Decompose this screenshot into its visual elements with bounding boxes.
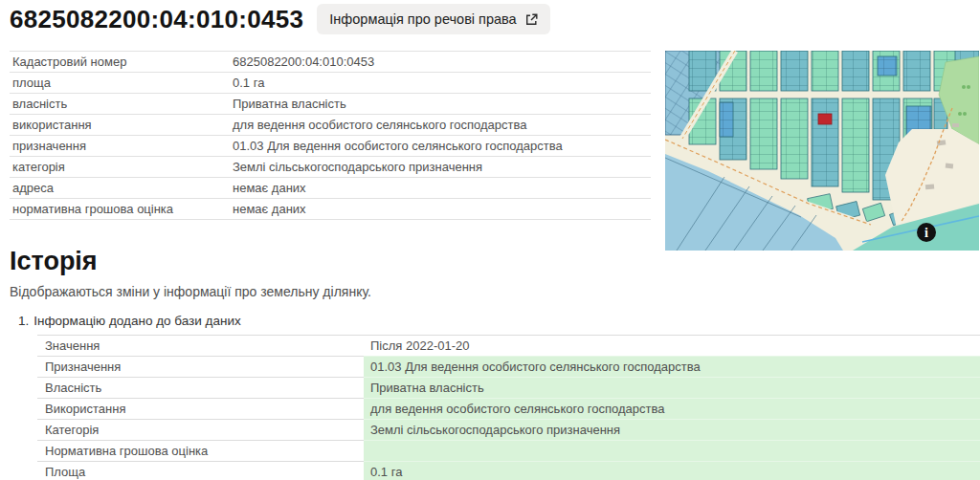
entry-index: 1. [18,314,29,328]
table-row: Кадастровий номер 6825082200:04:010:0453 [10,51,651,72]
table-row: адреса немає даних [10,177,651,198]
row-label: Нормативна грошова оцінка [37,440,364,461]
row-value: немає даних [233,202,651,216]
map-info-button[interactable]: i [917,223,936,242]
row-value: для ведення особистого селянського госпо… [233,118,651,132]
row-value: Приватна власність [233,97,651,111]
row-value: Землі сільськогосподарського призначення [364,419,980,440]
table-row: використання для ведення особистого селя… [10,114,651,135]
table-row: Нормативна грошова оцінка [37,440,980,461]
table-row: площа 0.1 га [10,72,651,93]
row-label: площа [10,76,233,90]
history-heading: Історія [10,247,976,275]
row-value: для ведення особистого селянського госпо… [364,398,980,419]
history-entry: 1. Інформацію додано до бази даних Значе… [10,314,976,480]
row-label: Категорія [37,419,364,440]
external-link-icon [525,13,538,26]
row-label: Власність [37,377,364,398]
row-label: Використання [37,398,364,419]
table-row: Призначення 01.03 Для ведення особистого… [37,356,980,377]
row-value: Після 2022-01-20 [364,335,980,356]
row-value: 01.03 Для ведення особистого селянського… [233,139,651,153]
table-row: категорія Землі сільськогосподарського п… [10,156,651,177]
row-value: 01.03 Для ведення особистого селянського… [364,356,980,377]
highlighted-parcel[interactable] [818,114,832,124]
row-label: Кадастровий номер [10,55,233,69]
row-value: Приватна власність [364,377,980,398]
table-row: Площа 0.1 га [37,461,980,480]
row-label: Площа [37,461,364,480]
table-row: призначення 01.03 Для ведення особистого… [10,135,651,156]
row-label: категорія [10,160,233,174]
history-subtitle: Відображаються зміни у інформації про зе… [10,284,976,299]
table-row: нормативна грошова оцінка немає даних [10,198,651,220]
entry-title-text: Інформацію додано до бази даних [33,314,240,328]
row-value: немає даних [233,181,651,195]
row-label: адреса [10,181,233,195]
parcel-info-table: Кадастровий номер 6825082200:04:010:0453… [10,51,651,220]
cadastral-map[interactable]: i [665,51,979,251]
page-title: 6825082200:04:010:0453 [10,5,303,34]
table-row: Значення Після 2022-01-20 [37,335,980,356]
row-value: 6825082200:04:010:0453 [233,55,651,69]
history-section: Історія Відображаються зміни у інформаці… [10,247,976,480]
row-label: Значення [37,335,364,356]
row-label: нормативна грошова оцінка [10,202,233,216]
row-label: призначення [10,139,233,153]
row-value: 0.1 га [233,76,651,90]
property-rights-button[interactable]: Інформація про речові права [317,4,549,34]
history-entry-title: 1. Інформацію додано до бази даних [18,314,976,328]
row-label: власність [10,97,233,111]
row-label: Призначення [37,356,364,377]
history-table: Значення Після 2022-01-20 Призначення 01… [37,335,980,480]
table-row: Власність Приватна власність [37,377,980,398]
info-icon: i [924,226,928,240]
table-row: власність Приватна власність [10,93,651,114]
row-value: 0.1 га [364,461,980,480]
row-label: використання [10,118,233,132]
table-row: Категорія Землі сільськогосподарського п… [37,419,980,440]
row-value [364,440,980,461]
property-rights-button-label: Інформація про речові права [329,11,516,27]
header: 6825082200:04:010:0453 Інформація про ре… [10,4,550,34]
row-value: Землі сільськогосподарського призначення [233,160,651,174]
table-row: Використання для ведення особистого селя… [37,398,980,419]
